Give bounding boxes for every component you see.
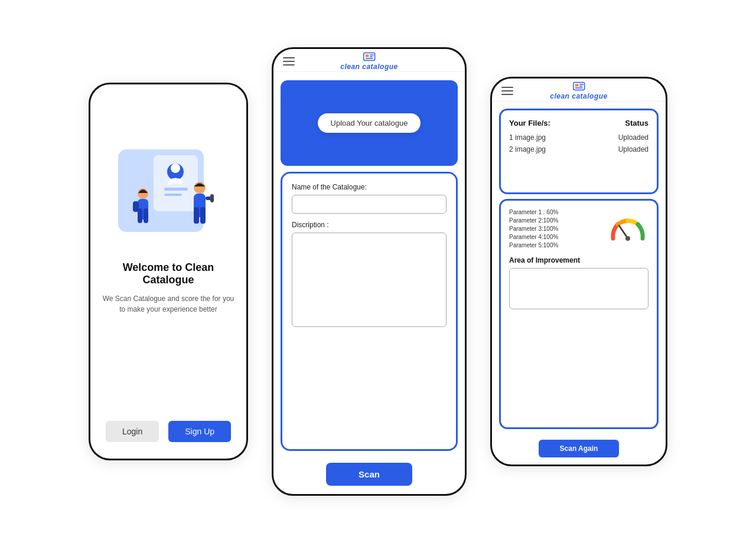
upload-zone: Upload Your catalogue [281, 80, 458, 166]
hamburger-menu[interactable] [283, 57, 295, 66]
params-row: Parameter 1 : 60% Parameter 2:100% Param… [509, 209, 649, 250]
form-card: Name of the Catalogue: Discription : [281, 172, 458, 451]
svg-rect-21 [365, 58, 373, 58]
phone1-frame: Welcome to Clean Catalogue We Scan Catal… [89, 83, 248, 460]
param-2: Parameter 2:100% [509, 217, 602, 224]
welcome-illustration [112, 138, 224, 244]
upload-button[interactable]: Upload Your catalogue [318, 113, 421, 133]
file-2-name: 2 image.jpg [509, 145, 546, 153]
area-improvement-label: Area of Improvement [509, 256, 649, 264]
svg-rect-19 [370, 54, 374, 55]
svg-rect-17 [364, 53, 375, 60]
param-3: Parameter 3:100% [509, 225, 602, 232]
logo-area: clean catalogue [340, 52, 398, 71]
svg-rect-4 [164, 188, 188, 191]
svg-rect-14 [200, 207, 206, 224]
svg-rect-13 [194, 207, 199, 224]
logo-text: clean catalogue [340, 63, 398, 71]
logo-area-3: clean catalogue [550, 81, 608, 100]
svg-rect-18 [365, 54, 369, 57]
param-4: Parameter 4:100% [509, 234, 602, 240]
catalogue-name-input[interactable] [292, 195, 447, 214]
files-header-row: Your File/s: Status [509, 119, 649, 127]
auth-buttons: Login Sign Up [106, 421, 231, 442]
results-card: Parameter 1 : 60% Parameter 2:100% Param… [499, 199, 659, 429]
svg-rect-25 [579, 86, 582, 86]
svg-rect-23 [575, 84, 578, 86]
welcome-title: Welcome to Clean Catalogue [102, 261, 234, 286]
scan-btn-wrap: Scan [273, 457, 465, 494]
svg-point-28 [625, 236, 630, 241]
scan-again-button[interactable]: Scan Again [539, 440, 620, 457]
file-row-2: 2 image.jpg Uploaded [509, 145, 649, 153]
param-5: Parameter 5:100% [509, 242, 602, 248]
svg-rect-9 [144, 208, 148, 223]
svg-point-3 [171, 163, 180, 173]
scan-button[interactable]: Scan [326, 463, 412, 486]
svg-rect-5 [164, 194, 182, 196]
phone2-header: clean catalogue [273, 49, 465, 72]
description-textarea[interactable] [292, 233, 447, 327]
files-col-title: Your File/s: [509, 119, 550, 127]
logo-text-3: clean catalogue [550, 92, 608, 100]
phone3-frame: clean catalogue Your File/s: Status 1 im… [490, 77, 667, 466]
param-1: Parameter 1 : 60% [509, 209, 602, 215]
svg-rect-20 [370, 56, 373, 57]
params-list: Parameter 1 : 60% Parameter 2:100% Param… [509, 209, 602, 250]
area-improvement-textarea[interactable] [509, 268, 649, 309]
hamburger-menu-3[interactable] [501, 87, 513, 95]
file-2-status: Uploaded [618, 145, 649, 153]
svg-rect-26 [575, 87, 582, 88]
phone2-frame: clean catalogue Upload Your catalogue Na… [272, 47, 467, 496]
file-row-1: 1 image.jpg Uploaded [509, 133, 649, 142]
gauge-chart [607, 209, 649, 244]
files-card: Your File/s: Status 1 image.jpg Uploaded… [499, 109, 659, 194]
scan-again-wrap: Scan Again [492, 435, 666, 465]
svg-rect-24 [579, 84, 584, 84]
file-1-name: 1 image.jpg [509, 133, 546, 142]
login-button[interactable]: Login [106, 421, 159, 442]
svg-rect-16 [210, 194, 214, 202]
phone3-header: clean catalogue [492, 78, 666, 102]
svg-rect-22 [573, 82, 585, 90]
catalogue-name-label: Name of the Catalogue: [292, 183, 447, 191]
welcome-subtitle: We Scan Catalogue and score the for you … [102, 293, 234, 315]
signup-button[interactable]: Sign Up [168, 421, 231, 442]
description-label: Discription : [292, 221, 447, 229]
file-1-status: Uploaded [618, 133, 649, 142]
svg-rect-10 [133, 201, 139, 212]
logo-icon-3 [572, 81, 585, 91]
logo-icon [363, 52, 376, 61]
status-col-title: Status [625, 119, 649, 127]
